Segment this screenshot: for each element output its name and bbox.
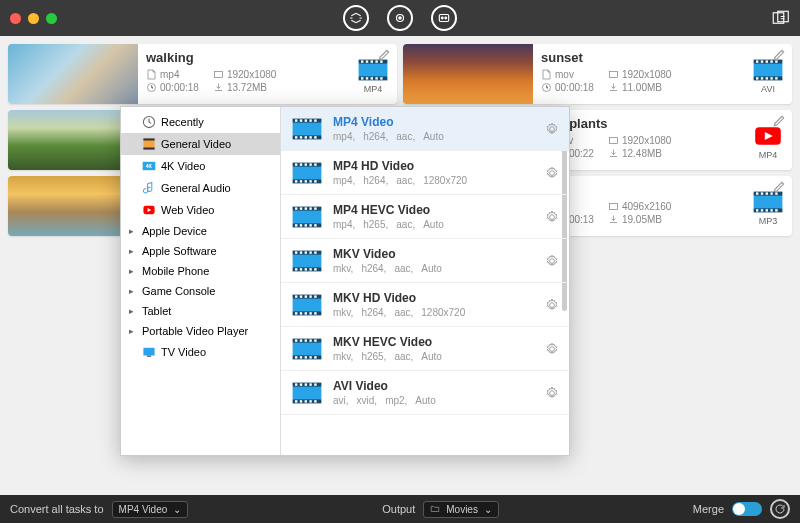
close-window-button[interactable] xyxy=(10,13,21,24)
category-item[interactable]: TV Video xyxy=(121,341,280,363)
edit-icon[interactable] xyxy=(772,48,786,62)
output-format-badge[interactable]: MP4 xyxy=(357,58,389,94)
gear-icon[interactable] xyxy=(545,122,559,136)
format-tags: mkv,h265,aac,Auto xyxy=(333,351,559,362)
gear-icon[interactable] xyxy=(545,210,559,224)
category-label: 4K Video xyxy=(161,160,205,172)
output-format-badge[interactable]: AVI xyxy=(752,58,784,94)
format-item[interactable]: MKV HEVC Video mkv,h265,aac,Auto xyxy=(281,327,569,371)
output-format-badge[interactable]: MP3 xyxy=(752,190,784,226)
svg-rect-137 xyxy=(300,339,302,341)
format-item[interactable]: MP4 Video mp4,h264,aac,Auto xyxy=(281,107,569,151)
svg-rect-33 xyxy=(761,77,763,79)
output-format-badge[interactable]: MP4 xyxy=(752,124,784,160)
merge-toggle[interactable] xyxy=(732,502,762,516)
preview-icon[interactable] xyxy=(770,9,790,27)
category-label: Mobile Phone xyxy=(142,265,209,277)
category-label: General Video xyxy=(161,138,231,150)
category-item[interactable]: General Video xyxy=(121,133,280,155)
format-title: MP4 HD Video xyxy=(333,159,559,173)
category-label: Game Console xyxy=(142,285,215,297)
svg-rect-87 xyxy=(309,163,311,165)
svg-rect-152 xyxy=(309,383,311,385)
svg-point-4 xyxy=(445,17,447,19)
expand-arrow-icon: ▸ xyxy=(129,286,137,296)
svg-rect-66 xyxy=(143,348,154,356)
format-icon xyxy=(291,337,323,361)
record-tab[interactable] xyxy=(387,5,413,31)
svg-rect-86 xyxy=(305,163,307,165)
svg-rect-116 xyxy=(300,268,302,270)
format-title: MKV HD Video xyxy=(333,291,559,305)
format-tags: avi,xvid,mp2,Auto xyxy=(333,395,559,406)
convert-all-select[interactable]: MP4 Video ⌄ xyxy=(112,501,189,518)
content-area: walking mp400:00:18 1920x108013.72MB MP4… xyxy=(0,36,800,495)
gear-icon[interactable] xyxy=(545,254,559,268)
gear-icon[interactable] xyxy=(545,386,559,400)
format-tags: mp4,h264,aac,Auto xyxy=(333,131,559,142)
svg-rect-88 xyxy=(314,163,316,165)
svg-rect-45 xyxy=(609,204,617,210)
gear-icon[interactable] xyxy=(545,166,559,180)
svg-rect-105 xyxy=(309,224,311,226)
task-card[interactable]: sunset mov00:00:18 1920x108011.00MB AVI xyxy=(403,44,792,104)
svg-rect-113 xyxy=(309,251,311,253)
gear-icon[interactable] xyxy=(545,298,559,312)
window-controls xyxy=(10,13,57,24)
format-icon xyxy=(291,117,323,141)
svg-rect-85 xyxy=(300,163,302,165)
category-item[interactable]: 4K4K Video xyxy=(121,155,280,177)
category-item[interactable]: ▸Tablet xyxy=(121,301,280,321)
svg-rect-21 xyxy=(380,77,382,79)
convert-tab[interactable] xyxy=(343,5,369,31)
category-item[interactable]: ▸Portable Video Player xyxy=(121,321,280,341)
category-item[interactable]: ▸Game Console xyxy=(121,281,280,301)
format-title: MKV HEVC Video xyxy=(333,335,559,349)
refresh-icon xyxy=(774,503,786,515)
edit-icon[interactable] xyxy=(772,114,786,128)
svg-rect-28 xyxy=(761,60,763,62)
svg-rect-100 xyxy=(309,207,311,209)
expand-arrow-icon: ▸ xyxy=(129,306,137,316)
category-label: General Audio xyxy=(161,182,231,194)
category-label: Recently xyxy=(161,116,204,128)
video-meta: nts00:00:13 4096x216019.05MB xyxy=(541,201,784,225)
format-icon xyxy=(291,249,323,273)
video-meta: mov00:00:18 1920x108011.00MB xyxy=(541,69,784,93)
merge-label: Merge xyxy=(693,503,724,515)
start-convert-button[interactable] xyxy=(770,499,790,519)
category-item[interactable]: ▸Apple Software xyxy=(121,241,280,261)
maximize-window-button[interactable] xyxy=(46,13,57,24)
svg-rect-102 xyxy=(295,224,297,226)
toolbox-tab[interactable] xyxy=(431,5,457,31)
svg-rect-76 xyxy=(295,136,297,138)
category-item[interactable]: Recently xyxy=(121,111,280,133)
clock-icon xyxy=(142,115,156,129)
category-item[interactable]: General Audio xyxy=(121,177,280,199)
format-item[interactable]: MP4 HD Video mp4,h264,aac,1280x720 xyxy=(281,151,569,195)
gear-icon[interactable] xyxy=(545,342,559,356)
minimize-window-button[interactable] xyxy=(28,13,39,24)
svg-rect-49 xyxy=(756,192,758,194)
convert-all-label: Convert all tasks to xyxy=(10,503,104,515)
edit-icon[interactable] xyxy=(772,180,786,194)
format-item[interactable]: MKV HD Video mkv,h264,aac,1280x720 xyxy=(281,283,569,327)
format-title: MKV Video xyxy=(333,247,559,261)
output-select[interactable]: Movies ⌄ xyxy=(423,501,499,518)
convert-all-value: MP4 Video xyxy=(119,504,168,515)
svg-rect-151 xyxy=(305,383,307,385)
format-item[interactable]: MP4 HEVC Video mp4,h265,aac,Auto xyxy=(281,195,569,239)
format-item[interactable]: AVI Video avi,xvid,mp2,Auto xyxy=(281,371,569,415)
category-item[interactable]: ▸Mobile Phone xyxy=(121,261,280,281)
svg-rect-14 xyxy=(371,60,373,62)
note-icon xyxy=(142,181,156,195)
task-card[interactable]: walking mp400:00:18 1920x108013.72MB MP4 xyxy=(8,44,397,104)
video-meta: mkv00:00:22 1920x108012.48MB xyxy=(541,135,784,159)
video-thumbnail xyxy=(8,44,138,104)
edit-icon[interactable] xyxy=(377,48,391,62)
svg-rect-78 xyxy=(305,136,307,138)
category-item[interactable]: Web Video xyxy=(121,199,280,221)
format-item[interactable]: MKV Video mkv,h264,aac,Auto xyxy=(281,239,569,283)
category-item[interactable]: ▸Apple Device xyxy=(121,221,280,241)
svg-rect-142 xyxy=(300,356,302,358)
